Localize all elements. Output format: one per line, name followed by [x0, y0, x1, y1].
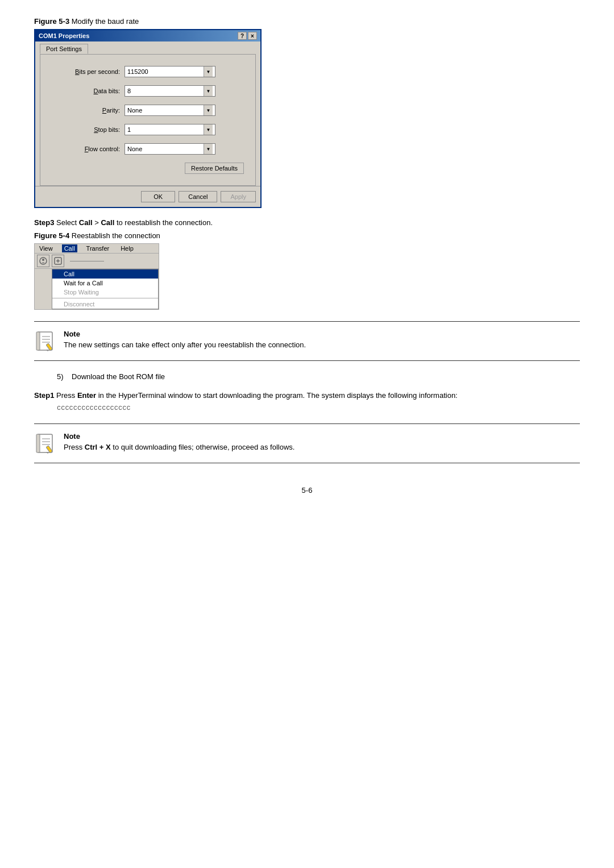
step3-suffix: to reestablish the connection.	[114, 218, 213, 227]
note1-content: Note The new settings can take effect on…	[64, 330, 306, 349]
bits-per-second-select[interactable]: 115200 ▼	[125, 66, 215, 77]
close-button[interactable]: ×	[248, 32, 257, 40]
step1-text: Step1 Press Enter in the HyperTerminal w…	[34, 391, 580, 400]
step3-select-text: Select	[54, 218, 78, 227]
svg-rect-6	[36, 332, 40, 350]
note2-box: Note Press Ctrl + X to quit downloading …	[34, 423, 580, 463]
stop-bits-row: Stop bits: 1 ▼	[52, 124, 244, 135]
section5-number: 5)	[57, 372, 64, 381]
note2-icon	[34, 432, 57, 455]
menu-help[interactable]: Help	[118, 244, 136, 252]
step1-prefix: Step1	[34, 391, 54, 400]
bits-per-second-value: 115200	[127, 68, 204, 75]
bits-per-second-label: Bits per second:	[52, 68, 120, 75]
dialog-body: Bits per second: 115200 ▼ Data bits: 8 ▼…	[40, 54, 256, 186]
stop-bits-select[interactable]: 1 ▼	[125, 124, 215, 135]
note1-text: The new settings can take effect only af…	[64, 340, 306, 349]
note2-suffix: to quit downloading files; otherwise, pr…	[111, 443, 295, 451]
section5-text: Download the Boot ROM file	[72, 372, 165, 381]
apply-button[interactable]: Apply	[221, 191, 256, 202]
menu-item-call[interactable]: Call	[52, 269, 158, 279]
figure4-caption: Figure 5-4 Reestablish the connection	[34, 231, 580, 240]
step3-text: Step3 Select Call > Call to reestablish …	[34, 218, 580, 227]
parity-value: None	[127, 107, 204, 114]
ok-button[interactable]: OK	[141, 191, 175, 202]
step1-bold1: Enter	[77, 391, 96, 400]
menu-toolbar	[35, 254, 159, 269]
note2-text: Press Ctrl + X to quit downloading files…	[64, 443, 294, 451]
step3-separator: >	[93, 218, 101, 227]
bits-per-second-row: Bits per second: 115200 ▼	[52, 66, 244, 77]
call-dropdown-menu: Call Wait for a Call Stop Waiting Discon…	[52, 269, 159, 309]
menu-menubar: View Call Transfer Help	[35, 244, 159, 254]
flow-control-row: Flow control: None ▼	[52, 143, 244, 155]
step1-suffix: in the HyperTerminal window to start dow…	[96, 391, 458, 400]
restore-defaults-button[interactable]: Restore Defaults	[185, 163, 244, 174]
help-button[interactable]: ?	[238, 32, 247, 40]
note2-title: Note	[64, 432, 294, 441]
note1-box: Note The new settings can take effect on…	[34, 321, 580, 361]
figure4-caption-prefix: Figure 5-4	[34, 231, 69, 240]
flow-control-label: Flow control:	[52, 146, 120, 152]
toolbar-separator	[70, 261, 104, 261]
note2-bold: Ctrl + X	[85, 443, 111, 451]
toolbar-icon-1	[37, 255, 49, 267]
stop-bits-arrow[interactable]: ▼	[204, 124, 213, 135]
svg-rect-13	[36, 434, 40, 452]
menu-call[interactable]: Call	[62, 244, 77, 252]
note2-content: Note Press Ctrl + X to quit downloading …	[64, 432, 294, 451]
figure3-caption: Figure 5-3 Modify the baud rate	[34, 17, 580, 26]
step3-bold2: Call	[101, 218, 114, 227]
bits-per-second-arrow[interactable]: ▼	[204, 67, 213, 77]
parity-select[interactable]: None ▼	[125, 105, 215, 116]
note1-title: Note	[64, 330, 306, 338]
parity-label: Parity:	[52, 107, 120, 114]
dialog-titlebar: COM1 Properties ? ×	[35, 30, 260, 41]
note1-icon	[34, 330, 57, 352]
step3-bold1: Call	[79, 218, 93, 227]
menu-item-stop-waiting: Stop Waiting	[52, 288, 158, 297]
menu-view[interactable]: View	[37, 244, 55, 252]
svg-point-1	[42, 259, 44, 261]
flow-control-arrow[interactable]: ▼	[204, 144, 213, 154]
section5: 5) Download the Boot ROM file	[57, 372, 580, 381]
com1-properties-dialog: COM1 Properties ? × Port Settings Bits p…	[34, 29, 262, 208]
menu-transfer[interactable]: Transfer	[84, 244, 112, 252]
stop-bits-value: 1	[127, 126, 204, 133]
data-bits-label: Data bits:	[52, 88, 120, 94]
figure3-caption-text: Modify the baud rate	[69, 17, 139, 26]
figure4-menu-screenshot: View Call Transfer Help Call Wait for a …	[34, 243, 159, 310]
cancel-button[interactable]: Cancel	[179, 191, 217, 202]
toolbar-icon-2	[52, 255, 64, 267]
page-number: 5-6	[34, 486, 580, 495]
step1-text-part1: Press	[54, 391, 77, 400]
step3-prefix: Step3	[34, 218, 54, 227]
menu-item-disconnect: Disconnect	[52, 300, 158, 309]
flow-control-value: None	[127, 146, 204, 152]
code-output: cccccccccccccccccc	[57, 404, 580, 412]
flow-control-select[interactable]: None ▼	[125, 143, 215, 155]
menu-item-wait-for-call[interactable]: Wait for a Call	[52, 279, 158, 288]
data-bits-select[interactable]: 8 ▼	[125, 85, 215, 97]
dialog-title: COM1 Properties	[39, 32, 89, 39]
parity-arrow[interactable]: ▼	[204, 105, 213, 115]
data-bits-arrow[interactable]: ▼	[204, 86, 213, 96]
stop-bits-label: Stop bits:	[52, 126, 120, 133]
figure3-caption-prefix: Figure 5-3	[34, 17, 69, 26]
data-bits-row: Data bits: 8 ▼	[52, 85, 244, 97]
figure4-caption-text: Reestablish the connection	[69, 231, 160, 240]
parity-row: Parity: None ▼	[52, 105, 244, 116]
note2-text-prefix: Press	[64, 443, 85, 451]
titlebar-buttons: ? ×	[238, 32, 257, 40]
data-bits-value: 8	[127, 88, 204, 94]
dialog-footer: OK Cancel Apply	[35, 186, 260, 207]
tab-port-settings[interactable]: Port Settings	[40, 44, 88, 54]
dialog-tabs: Port Settings	[35, 41, 260, 54]
